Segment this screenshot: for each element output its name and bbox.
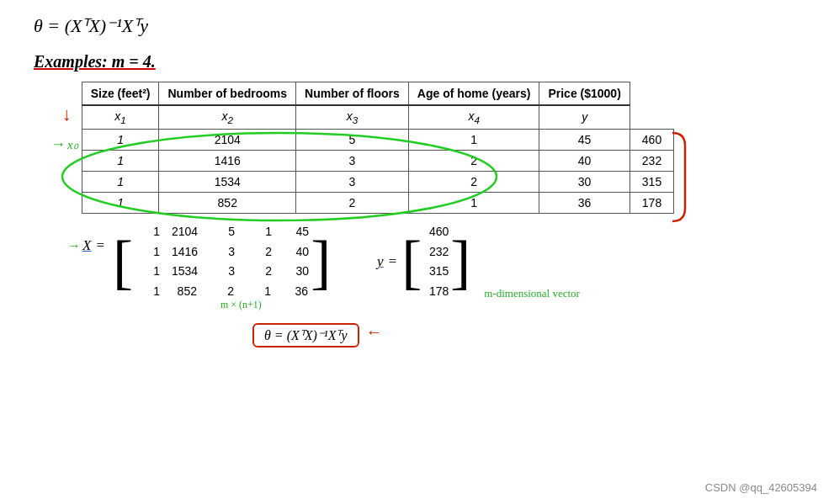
cell-1-2: 3 <box>296 150 409 171</box>
cell-0-1: 2104 <box>159 129 296 150</box>
left-bracket-y: [ <box>401 235 422 289</box>
mx-cell-2-4: 30 <box>284 262 309 282</box>
mx-cell-2-0: 1 <box>135 262 160 282</box>
cell-3-5: 178 <box>629 192 673 213</box>
table-body: 1210451454601141632402321153432303151852… <box>82 129 674 213</box>
mx-cell-3-1: 852 <box>172 282 197 302</box>
table-row: 121045145460 <box>82 129 674 150</box>
cell-2-4: 30 <box>539 171 629 192</box>
m-equals: m = 4. <box>112 52 156 71</box>
cell-1-4: 40 <box>539 150 629 171</box>
my-cell-0: 460 <box>423 222 449 242</box>
cell-0-2: 5 <box>296 129 409 150</box>
mx-cell-0-2: 5 <box>210 222 235 242</box>
mx-cell-0-1: 2104 <box>172 222 198 242</box>
m-dim-text: m-dimensional vector <box>484 287 580 300</box>
right-bracket-y: ] <box>450 235 470 289</box>
matrix-content-y: 460232315178 <box>423 222 449 302</box>
top-formula-text: θ = (XᵀX)⁻¹Xᵀy <box>34 15 148 36</box>
table-header-row: Size (feet²) Number of bedrooms Number o… <box>82 82 674 106</box>
matrix-content-x: 12104514511416324011534323018522136 <box>135 222 309 302</box>
mx-cell-3-3: 1 <box>246 282 271 302</box>
my-cell-2: 315 <box>423 262 449 282</box>
cell-3-2: 2 <box>296 192 409 213</box>
matrix-y-row-2: 315 <box>423 262 449 282</box>
cell-3-4: 36 <box>539 192 629 213</box>
mx-cell-3-4: 36 <box>283 282 308 302</box>
mx-cell-1-2: 3 <box>210 242 235 263</box>
cell-0-4: 45 <box>539 129 629 150</box>
examples-label: Examples: m = 4. <box>34 52 809 72</box>
cell-x0-0: 1 <box>82 129 159 150</box>
col-sub-x2: x2 <box>159 105 296 129</box>
cell-2-3: 2 <box>408 171 539 192</box>
my-cell-1: 232 <box>423 242 449 263</box>
m-dim-annotation: m-dimensional vector <box>484 285 580 300</box>
mx-cell-1-1: 1416 <box>172 242 198 263</box>
matrix-x-row-3: 18522136 <box>135 282 309 302</box>
matrix-y-row-1: 232 <box>423 242 449 263</box>
matrix-x-row-1: 114163240 <box>135 242 309 263</box>
cell-2-5: 315 <box>629 171 673 192</box>
x-arrow-indicator: → <box>67 238 81 253</box>
table-subscript-row: x1 x2 x3 x4 y <box>82 105 674 129</box>
mx-cell-1-4: 40 <box>284 242 309 263</box>
col-sub-x3: x3 <box>296 105 409 129</box>
col-header-age: Age of home (years) <box>408 82 539 106</box>
matrix-x-row-2: 115343230 <box>135 262 309 282</box>
bottom-arrow-icon: ← <box>366 322 383 342</box>
cell-3-1: 852 <box>159 192 296 213</box>
cell-x0-1: 1 <box>82 150 159 171</box>
csdn-credit: CSDN @qq_42605394 <box>705 481 817 494</box>
left-bracket-x: [ <box>113 235 133 289</box>
col-header-price: Price ($1000) <box>539 82 629 106</box>
my-cell-3: 178 <box>423 282 449 302</box>
cell-1-5: 232 <box>629 150 673 171</box>
right-bracket-x: ] <box>311 235 331 289</box>
mx-cell-2-1: 1534 <box>172 262 198 282</box>
table-row: 115343230315 <box>82 171 674 192</box>
cell-x0-3: 1 <box>82 192 159 213</box>
down-arrow-icon: ↓ <box>62 105 72 124</box>
examples-text: Examples: <box>34 52 112 71</box>
x0-label: x₀ <box>67 137 78 152</box>
table-row: 114163240232 <box>82 150 674 171</box>
mx-cell-2-2: 3 <box>210 262 235 282</box>
x-matrix: [ 12104514511416324011534323018522136 ] <box>113 222 331 302</box>
x0-row-indicator: → x₀ <box>50 135 78 153</box>
credit-text: CSDN @qq_42605394 <box>705 481 817 494</box>
mx-cell-3-0: 1 <box>135 282 160 302</box>
cell-1-3: 2 <box>408 150 539 171</box>
table-row: 18522136178 <box>82 192 674 213</box>
mx-cell-0-0: 1 <box>135 222 160 242</box>
cell-2-2: 3 <box>296 171 409 192</box>
y-label: y <box>377 253 384 270</box>
x-equals-sign: = <box>96 237 104 254</box>
mx-cell-0-4: 45 <box>284 222 309 242</box>
col-header-bedrooms: Number of bedrooms <box>159 82 296 106</box>
x-matrix-label: X <box>82 237 91 254</box>
matrix-x-row-0: 121045145 <box>135 222 309 242</box>
col-header-size: Size (feet²) <box>82 82 159 106</box>
mx-cell-3-2: 2 <box>209 282 234 302</box>
cell-3-3: 1 <box>408 192 539 213</box>
col-sub-x4: x4 <box>408 105 539 129</box>
col-header-floors: Number of floors <box>296 82 409 106</box>
cell-2-1: 1534 <box>159 171 296 192</box>
matrix-y-row-3: 178 <box>423 282 449 302</box>
mx-cell-1-0: 1 <box>135 242 160 263</box>
cell-x0-2: 1 <box>82 171 159 192</box>
col-sub-x1: x1 <box>82 105 159 129</box>
formula-top: θ = (XᵀX)⁻¹Xᵀy <box>34 15 809 37</box>
cell-0-5: 460 <box>629 129 673 150</box>
bottom-formula-box: θ = (XᵀX)⁻¹Xᵀy <box>252 323 359 347</box>
mx-cell-1-3: 2 <box>247 242 272 263</box>
mx-cell-2-3: 2 <box>247 262 272 282</box>
cell-1-1: 1416 <box>159 150 296 171</box>
data-table: Size (feet²) Number of bedrooms Number o… <box>82 82 675 214</box>
col-sub-y: y <box>539 105 629 129</box>
bottom-formula-text: θ = (XᵀX)⁻¹Xᵀy <box>264 328 348 342</box>
bottom-formula-row: θ = (XᵀX)⁻¹Xᵀy ← <box>143 316 809 347</box>
y-equals-sign: = <box>389 253 397 270</box>
page: θ = (XᵀX)⁻¹Xᵀy Examples: m = 4. ↓ → x₀ S… <box>0 0 834 504</box>
